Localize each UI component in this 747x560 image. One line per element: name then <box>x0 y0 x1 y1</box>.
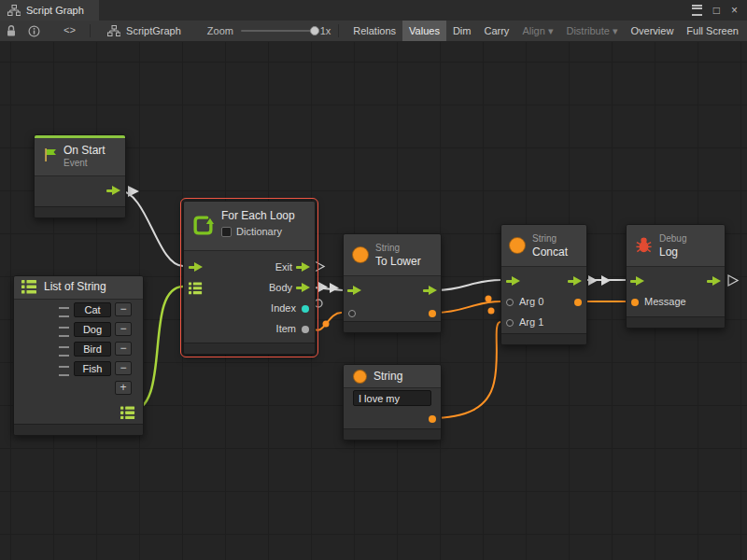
list-row: − <box>14 301 143 320</box>
align-button[interactable]: Align ▾ <box>515 21 559 41</box>
relations-button[interactable]: Relations <box>346 21 402 41</box>
tab-label: Script Graph <box>26 5 84 16</box>
drag-handle-icon[interactable] <box>59 366 69 376</box>
port-row-arg1: Arg 1 <box>501 313 586 333</box>
breadcrumb-graph-name[interactable]: ScriptGraph <box>126 25 181 36</box>
window-menu-icon[interactable] <box>692 5 702 16</box>
flow-in-port[interactable] <box>506 276 520 287</box>
result-out-port[interactable] <box>574 299 582 306</box>
port-row-flow <box>627 272 725 292</box>
node-string-concat[interactable]: String Concat Arg 0 Arg 1 <box>500 224 587 345</box>
drag-handle-icon[interactable] <box>59 307 69 317</box>
toolbar: <> ScriptGraph Zoom 1x Relations Values … <box>0 21 747 42</box>
slider-track[interactable] <box>241 30 315 32</box>
list-item-field[interactable] <box>74 302 111 317</box>
list-out-port[interactable] <box>120 406 135 420</box>
flow-in-port[interactable] <box>189 262 203 273</box>
dictionary-checkbox[interactable] <box>221 227 232 237</box>
zoom-slider[interactable] <box>241 21 315 41</box>
node-header: String Concat <box>501 225 586 267</box>
dictionary-label: Dictionary <box>236 226 282 237</box>
flow-out-port[interactable] <box>707 276 721 287</box>
node-footer <box>35 206 125 217</box>
message-in-port[interactable] <box>631 299 639 306</box>
string-icon <box>352 246 369 263</box>
tab-script-graph[interactable]: Script Graph <box>0 0 99 21</box>
arg1-in-port[interactable] <box>506 319 514 327</box>
node-string-literal[interactable]: String <box>343 364 442 441</box>
drag-handle-icon[interactable] <box>59 327 69 337</box>
remove-item-button[interactable]: − <box>115 322 132 336</box>
chevron-down-icon: ▾ <box>613 25 618 36</box>
message-label: Message <box>644 296 686 307</box>
list-item-field[interactable] <box>74 322 111 337</box>
node-header: Debug Log <box>627 225 725 267</box>
exit-out-port[interactable] <box>296 262 310 273</box>
port-row-body: Body <box>184 278 315 299</box>
drag-handle-icon[interactable] <box>59 346 69 357</box>
node-footer <box>344 321 441 332</box>
node-header: String <box>344 365 441 388</box>
fullscreen-button[interactable]: Full Screen <box>680 21 745 41</box>
code-preview-button[interactable]: <> <box>57 21 82 41</box>
node-list-of-string[interactable]: List of String − − − − + <box>13 275 144 436</box>
node-footer <box>14 424 143 435</box>
flow-out-port[interactable] <box>423 286 437 296</box>
node-on-start[interactable]: On Start Event <box>34 134 126 218</box>
node-header: On Start Event <box>35 138 125 176</box>
close-button[interactable]: × <box>731 4 738 17</box>
string-icon <box>353 370 367 384</box>
list-in-port[interactable] <box>189 282 203 295</box>
port-row-arg0: Arg 0 <box>501 292 586 313</box>
window-controls: □ × <box>692 4 747 17</box>
slider-knob[interactable] <box>310 26 319 35</box>
unity-script-graph-window: Script Graph □ × <> ScriptGraph <box>0 0 747 560</box>
overview-button[interactable]: Overview <box>625 21 681 41</box>
node-header: List of String <box>14 276 143 300</box>
dim-button[interactable]: Dim <box>446 21 478 41</box>
item-out-port[interactable] <box>302 326 309 333</box>
exit-port-label: Exit <box>275 261 292 273</box>
port-row-flow <box>344 281 441 301</box>
node-header: For Each Loop Dictionary <box>184 202 315 251</box>
index-out-port[interactable] <box>302 305 309 313</box>
carry-button[interactable]: Carry <box>477 21 515 41</box>
remove-item-button[interactable]: − <box>115 361 132 375</box>
info-icon[interactable] <box>28 25 40 37</box>
add-item-button[interactable]: + <box>115 381 132 395</box>
toolbar-separator <box>338 24 339 37</box>
distribute-button[interactable]: Distribute ▾ <box>559 21 624 41</box>
value-out-port[interactable] <box>429 415 436 423</box>
body-out-port[interactable] <box>296 283 310 293</box>
list-item-field[interactable] <box>74 361 111 376</box>
list-item-field[interactable] <box>74 342 111 357</box>
flow-in-port[interactable] <box>630 276 644 287</box>
port-row-flow <box>501 272 586 292</box>
node-for-each-loop[interactable]: For Each Loop Dictionary Exit Body Index… <box>183 201 316 355</box>
string-icon <box>509 237 526 254</box>
list-icon <box>21 280 37 294</box>
lock-icon[interactable] <box>6 24 17 37</box>
remove-item-button[interactable]: − <box>115 342 132 356</box>
arg0-in-port[interactable] <box>506 299 514 306</box>
toolbar-separator <box>90 24 91 37</box>
align-label: Align <box>522 25 544 36</box>
list-row: − <box>14 359 143 379</box>
titlebar: Script Graph □ × <box>0 0 747 21</box>
flow-out-port[interactable] <box>568 276 582 287</box>
string-value-input[interactable] <box>353 390 431 406</box>
node-title: Concat <box>532 245 568 259</box>
item-port-label: Item <box>276 323 296 334</box>
node-debug-log[interactable]: Debug Log Message <box>626 224 726 329</box>
node-string-to-lower[interactable]: String To Lower <box>343 233 442 333</box>
arg0-label: Arg 0 <box>519 296 543 307</box>
remove-item-button[interactable]: − <box>115 302 132 316</box>
flow-out-port[interactable] <box>106 186 120 196</box>
string-in-port[interactable] <box>348 310 356 317</box>
node-header: String To Lower <box>344 234 441 276</box>
node-title: For Each Loop <box>221 209 295 222</box>
values-button[interactable]: Values <box>402 21 446 41</box>
flow-in-port[interactable] <box>347 286 361 296</box>
result-out-port[interactable] <box>429 310 436 317</box>
maximize-button[interactable]: □ <box>713 4 720 17</box>
